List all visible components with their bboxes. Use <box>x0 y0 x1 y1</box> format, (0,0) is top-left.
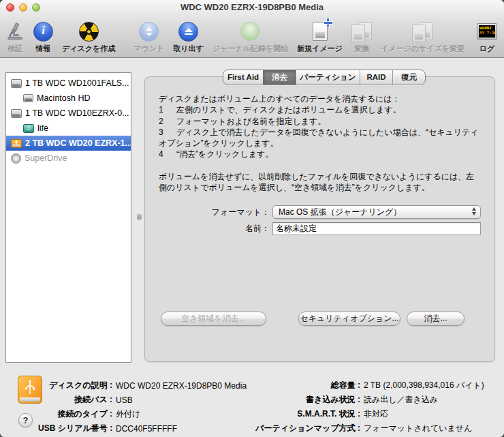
tab-restore[interactable]: 復元 <box>392 70 425 85</box>
toolbar-new-image-button[interactable]: 新規イメージ <box>297 20 343 54</box>
instruction-step-1: 1左側のリストで、ディスクまたはボリュームを選択します。 <box>159 104 480 115</box>
list-item-disk-wd20ezrx-selected[interactable]: 2 TB WDC WD20 EZRX-1... <box>6 136 131 151</box>
info-row: パーティションマップ方式 :フォーマットされていません <box>251 421 484 436</box>
window-chrome: WDC WD20 EZRX-19D8PB0 Media 検証 <box>0 0 504 58</box>
mount-icon <box>139 20 159 42</box>
format-row: フォーマット： Mac OS 拡張（ジャーナリング） <box>159 205 481 219</box>
toolbar-info-button[interactable]: i 情報 <box>33 20 53 54</box>
window-title: WDC WD20 EZRX-19D8PB0 Media <box>0 0 504 15</box>
toolbar-resize-image-button: イメージのサイズを変更 <box>381 20 464 54</box>
info-row: S.M.A.R.T. 状況 :非対応 <box>251 407 484 421</box>
erase-button[interactable]: 消去... <box>407 312 464 326</box>
info-row: 書き込み状況 :読み出し／書き込み <box>251 393 484 407</box>
disk-info-left: ディスクの説明 :WDC WD20 EZRX-19D8PB0 Media 接続バ… <box>38 378 247 436</box>
eject-icon <box>178 20 198 42</box>
usb-disk-icon <box>11 139 22 148</box>
info-row: 接続のタイプ :外付け <box>38 407 247 421</box>
toolbar-burn-button[interactable]: ディスクを作成 <box>62 20 115 54</box>
format-popup[interactable]: Mac OS 拡張（ジャーナリング） <box>272 205 481 219</box>
list-item-volume-life[interactable]: life <box>6 121 131 136</box>
security-options-button[interactable]: セキュリティオプション... <box>298 312 400 326</box>
toolbar-convert-button: 変換 <box>351 20 372 54</box>
tab-erase[interactable]: 消去 <box>263 70 296 85</box>
microscope-icon <box>5 20 25 42</box>
name-row: 名前： <box>159 222 481 235</box>
volume-icon <box>23 94 33 102</box>
help-button[interactable]: ? <box>18 413 33 427</box>
list-item-volume-macintosh-hd[interactable]: Macintosh HD <box>6 91 131 106</box>
erase-free-space-button: 空き領域を消去... <box>161 312 266 326</box>
tab-bar: First Aid 消去 パーティション RAID 復元 <box>223 70 426 85</box>
optical-drive-icon <box>11 153 21 164</box>
list-item-superdrive[interactable]: SuperDrive <box>6 151 131 166</box>
burn-icon <box>79 20 99 42</box>
device-list: 1 TB WDC WD1001FALS... Macintosh HD 1 TB… <box>5 72 131 363</box>
disk-utility-window: WDC WD20 EZRX-19D8PB0 Media 検証 <box>0 0 504 437</box>
instruction-step-4: 4“消去”をクリックします。 <box>159 149 480 160</box>
popup-stepper-icon <box>472 207 476 215</box>
log-window-icon: WARNI AY 7:36 <box>477 20 497 42</box>
instructions-intro: ディスクまたはボリューム上のすべてのデータを消去するには： <box>159 93 480 104</box>
toolbar-mount-button: マウント <box>133 20 164 54</box>
disk-info-right: 総容量 :2 TB (2,000,398,934,016 バイト) 書き込み状況… <box>251 378 484 436</box>
list-item-disk-wd1001[interactable]: 1 TB WDC WD1001FALS... <box>6 76 131 91</box>
info-row: 接続バス :USB <box>38 393 247 407</box>
resize-image-icon <box>412 20 432 42</box>
name-label: 名前： <box>159 223 272 235</box>
tab-first-aid[interactable]: First Aid <box>223 70 263 85</box>
name-input[interactable] <box>272 222 481 235</box>
list-item-disk-wd10ezrx[interactable]: 1 TB WDC WD10EZRX-0... <box>6 106 131 121</box>
toolbar: 検証 i 情報 ディスクを作成 マウント 取り出す <box>0 15 504 57</box>
toolbar-eject-button[interactable]: 取り出す <box>173 20 204 54</box>
instructions-note: ボリュームを消去せずに、以前削除したファイルを回復できないようにするには、左側の… <box>159 171 480 194</box>
info-row: ディスクの説明 :WDC WD20 EZRX-19D8PB0 Media <box>38 378 247 393</box>
plus-badge-icon <box>324 18 332 27</box>
info-icon: i <box>33 20 53 42</box>
splitter-grip[interactable] <box>137 213 142 220</box>
toolbar-enable-journaling-button: ジャーナル記録を開始 <box>212 20 288 54</box>
titlebar[interactable]: WDC WD20 EZRX-19D8PB0 Media <box>0 0 504 15</box>
format-label: フォーマット： <box>159 207 272 218</box>
info-row: USB シリアル番号 :DCC40F5FFFFF <box>38 421 247 436</box>
toolbar-log-button[interactable]: WARNI AY 7:36 ログ <box>477 20 497 54</box>
internal-disk-icon <box>11 109 22 118</box>
erase-instructions: ディスクまたはボリューム上のすべてのデータを消去するには： 1左側のリストで、デ… <box>159 93 480 193</box>
time-machine-volume-icon <box>23 124 34 133</box>
tab-partition[interactable]: パーティション <box>296 70 360 85</box>
tab-raid[interactable]: RAID <box>360 70 392 85</box>
toolbar-verify-button: 検証 <box>5 20 25 54</box>
new-image-icon <box>313 20 328 42</box>
internal-disk-icon <box>11 79 22 88</box>
journal-icon <box>240 20 259 42</box>
info-row: 総容量 :2 TB (2,000,398,934,016 バイト) <box>251 378 484 393</box>
instruction-step-3: 3ディスク上で消去したデータを回復できないようにしたい場合は、“セキュリティオプ… <box>159 127 480 149</box>
convert-image-icon <box>351 20 372 42</box>
instruction-step-2: 2フォーマットおよび名前を指定します。 <box>159 116 480 127</box>
